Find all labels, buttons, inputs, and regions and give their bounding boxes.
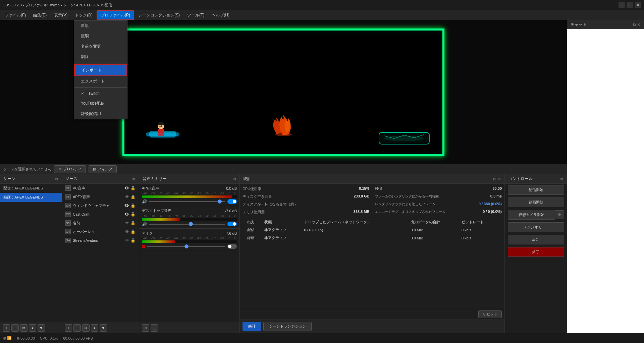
- scene-down-button[interactable]: ▼: [38, 324, 45, 332]
- source-vis-name[interactable]: 👁: [125, 221, 129, 225]
- vol-slider-mic[interactable]: [147, 246, 225, 247]
- chat-title: チャット: [571, 22, 587, 27]
- chat-close-button[interactable]: ✕: [637, 22, 641, 27]
- source-vis-window[interactable]: 👁‍🗨: [124, 203, 129, 208]
- window-controls: ─ □ ✕: [619, 2, 641, 8]
- audio-label-apex: APEX音声: [142, 186, 159, 191]
- source-down-button[interactable]: ▼: [100, 324, 107, 332]
- properties-button[interactable]: ⚙ プロパティ: [54, 165, 86, 173]
- scene-add-button[interactable]: +: [3, 324, 10, 332]
- vol-toggle-desktop[interactable]: [227, 222, 237, 226]
- source-lock-vc[interactable]: 🔒: [130, 186, 136, 190]
- menu-dock[interactable]: ドック(D): [71, 11, 96, 19]
- scene-remove-button[interactable]: −: [11, 324, 19, 332]
- scene-copy-button[interactable]: ⧉: [20, 324, 28, 332]
- controls-panel-icon[interactable]: ⧉: [560, 177, 564, 181]
- panels-row: シーン ⧉ 配信：APEX LEGENDS 録画：APEX LEGENDS + …: [0, 174, 567, 333]
- menu-view[interactable]: 表示(V): [51, 11, 71, 19]
- dropdown-youtube[interactable]: YouTube配信: [74, 98, 127, 109]
- scene-up-button[interactable]: ▲: [29, 324, 36, 332]
- controls-header: コントロール ⧉: [505, 174, 567, 184]
- source-vis-vc[interactable]: 👁‍🗨: [124, 186, 129, 190]
- source-settings-button[interactable]: ⚙: [82, 324, 90, 332]
- menu-help[interactable]: ヘルプ(H): [208, 11, 233, 19]
- source-vis-streamavatars[interactable]: 👁: [125, 238, 129, 243]
- sources-panel-icon[interactable]: ⧉: [132, 177, 136, 181]
- source-lock-name[interactable]: 🔒: [130, 221, 136, 225]
- source-item-vc[interactable]: VC VC音声 👁‍🗨 🔒: [62, 184, 139, 192]
- scene-item-streaming[interactable]: 配信：APEX LEGENDS: [0, 184, 62, 193]
- menu-edit[interactable]: 編集(E): [30, 11, 50, 19]
- filter-button[interactable]: ▤ フィルタ: [89, 165, 117, 173]
- settings-button[interactable]: 設定: [508, 235, 564, 244]
- audio-meter-desktop: [142, 218, 237, 221]
- source-vis-overlay[interactable]: 👁: [125, 229, 129, 234]
- stats-reset-button[interactable]: リセット: [478, 310, 502, 318]
- source-vis-castcraft[interactable]: 👁‍🗨: [124, 212, 129, 217]
- dropdown-export[interactable]: エクスポート: [74, 76, 127, 87]
- restore-button[interactable]: □: [627, 2, 633, 8]
- menu-profile[interactable]: プロファイル(P): [97, 10, 134, 20]
- network-dot: [3, 337, 6, 340]
- source-item-castcraft[interactable]: CC Cast Craft 👁‍🗨 🔒: [62, 210, 139, 219]
- vol-slider-desktop[interactable]: [149, 224, 225, 225]
- stats-tab-scene-transition[interactable]: シーントランジション: [263, 322, 312, 331]
- source-name-vc: VC音声: [73, 186, 122, 191]
- virtual-cam-start-button[interactable]: 仮想カメラ開始: [508, 210, 555, 220]
- record-start-button[interactable]: 録画開始: [508, 197, 564, 207]
- dropdown-rename[interactable]: 名前を変更: [74, 41, 127, 52]
- svg-point-10: [384, 136, 424, 141]
- stats-tab-stats[interactable]: 統計: [243, 322, 261, 331]
- dropdown-separator-2: [74, 88, 127, 88]
- stats-close-icon[interactable]: ✕: [498, 177, 501, 181]
- record-dot: [17, 337, 19, 340]
- audio-more-button[interactable]: ⋮: [151, 324, 158, 332]
- vol-icon-apex[interactable]: 🔊: [142, 199, 147, 204]
- dropdown-import[interactable]: インポート: [74, 64, 127, 76]
- source-icon-streamavatars: SA: [65, 238, 71, 243]
- stats-expand-icon[interactable]: ⧉: [493, 177, 496, 181]
- source-lock-overlay[interactable]: 🔒: [130, 229, 136, 234]
- source-lock-streamavatars[interactable]: 🔒: [130, 238, 136, 243]
- vol-toggle-apex[interactable]: [227, 199, 237, 204]
- source-item-window[interactable]: WN ウィンドウキャプチャ 👁‍🗨 🔒: [62, 201, 139, 210]
- source-lock-castcraft[interactable]: 🔒: [130, 212, 136, 217]
- dropdown-duplicate[interactable]: 複製: [74, 31, 127, 41]
- vol-icon-desktop[interactable]: 🔊: [142, 222, 147, 226]
- audio-panel-icon[interactable]: ⧉: [233, 177, 236, 181]
- dropdown-misc[interactable]: 雑談配信用: [74, 109, 127, 119]
- stats-col-dropped: ドロップしたフレーム（ネットワーク）: [302, 219, 409, 226]
- vol-toggle-mic[interactable]: [227, 244, 237, 249]
- stream-start-button[interactable]: 配信開始: [508, 185, 564, 195]
- source-up-button[interactable]: ▲: [91, 324, 98, 332]
- source-item-overlay[interactable]: OV オーバーレイ 👁 🔒: [62, 227, 139, 236]
- studio-mode-button[interactable]: スタジオモード: [508, 222, 564, 232]
- source-item-streamavatars[interactable]: SA Stream Avatars 👁 🔒: [62, 236, 139, 245]
- close-button[interactable]: ✕: [635, 2, 641, 8]
- scene-item-recording[interactable]: 録画：APEX LEGENDS: [0, 193, 62, 202]
- source-vis-apex[interactable]: 👁: [125, 194, 129, 199]
- stat-encode-lag: エンコードラグによりスキップされたフレーム 0 / 0 (0.0%): [372, 208, 505, 216]
- source-lock-window[interactable]: 🔒: [130, 203, 136, 208]
- virtual-cam-settings-button[interactable]: ⚙: [555, 210, 564, 219]
- menu-tools[interactable]: ツール(T): [184, 11, 208, 19]
- audio-settings-button[interactable]: ⚙: [142, 324, 149, 332]
- source-lock-apex[interactable]: 🔒: [130, 194, 136, 199]
- scenes-panel-icon[interactable]: ⧉: [55, 177, 58, 181]
- chat-maximize-button[interactable]: ⧉: [633, 22, 636, 27]
- dropdown-new[interactable]: 新規: [74, 20, 127, 31]
- menu-scene-collection[interactable]: シーンコレクション(S): [135, 11, 183, 19]
- audio-db-mic: -7.6 dB: [225, 231, 237, 235]
- source-remove-button[interactable]: −: [73, 324, 81, 332]
- menu-file[interactable]: ファイル(F): [1, 11, 29, 19]
- source-item-apex[interactable]: AP APEX音声 👁 🔒: [62, 192, 139, 201]
- vol-slider-apex[interactable]: [149, 201, 225, 202]
- exit-button[interactable]: 終了: [508, 247, 564, 257]
- dropdown-delete[interactable]: 削除: [74, 52, 127, 62]
- dropdown-twitch[interactable]: Twitch: [74, 89, 127, 98]
- filter-icon: ▤: [93, 167, 96, 171]
- source-item-name[interactable]: NM 名前 👁 🔒: [62, 219, 139, 227]
- stat-row-stream-status: 非アクティブ: [262, 226, 302, 234]
- source-add-button[interactable]: +: [65, 324, 72, 332]
- minimize-button[interactable]: ─: [619, 2, 625, 8]
